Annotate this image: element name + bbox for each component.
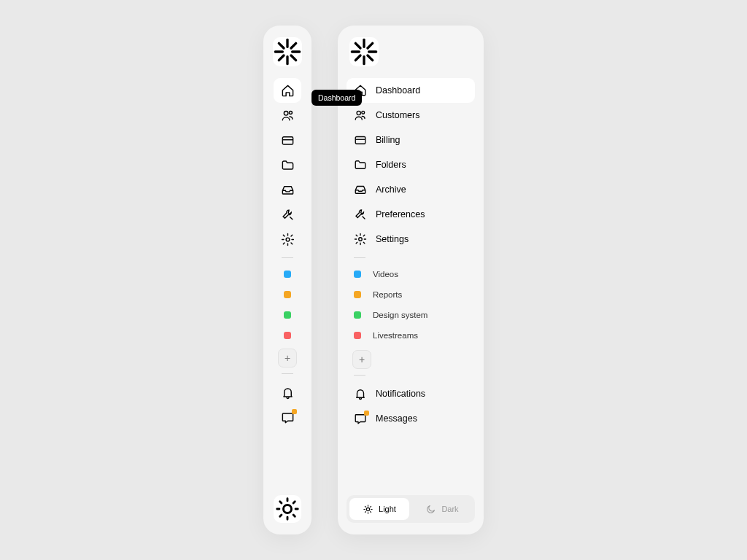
tag-livestreams[interactable] (284, 325, 291, 346)
svg-line-19 (368, 55, 373, 61)
dot-icon (284, 271, 291, 278)
sidebar-item-archive[interactable]: Archive (347, 177, 475, 202)
folder-icon (354, 158, 367, 171)
home-icon (281, 84, 295, 98)
inbox-icon (281, 183, 295, 197)
sidebar-item-folders[interactable] (274, 152, 301, 177)
nav-label: Dashboard (376, 85, 420, 96)
tooltip: Dashboard (311, 90, 362, 106)
svg-line-4 (279, 43, 284, 48)
tag-livestreams[interactable]: Livestreams (347, 325, 475, 346)
svg-line-18 (355, 43, 360, 48)
bell-icon (354, 387, 367, 400)
divider (354, 257, 365, 258)
svg-point-13 (283, 505, 291, 513)
sidebar-item-billing[interactable] (274, 128, 301, 152)
svg-line-20 (355, 55, 360, 61)
sidebar-item-settings[interactable] (274, 227, 301, 252)
svg-rect-10 (282, 136, 293, 144)
svg-line-6 (279, 55, 284, 61)
tag-label: Design system (373, 311, 427, 319)
theme-label: Light (379, 505, 396, 513)
svg-point-23 (362, 111, 365, 114)
svg-point-12 (286, 238, 290, 241)
sidebar-item-dashboard[interactable] (274, 78, 301, 103)
nav-label: Archive (376, 184, 406, 195)
theme-dark-button[interactable]: Dark (412, 498, 472, 520)
folder-icon (281, 158, 295, 172)
gear-icon (354, 233, 367, 246)
sidebar-collapsed: + (263, 26, 311, 534)
sun-icon (274, 495, 301, 523)
dot-icon (284, 311, 291, 319)
theme-label: Dark (441, 505, 458, 513)
sidebar-item-messages[interactable] (274, 405, 301, 429)
tag-design-system[interactable]: Design system (347, 305, 475, 325)
sidebar-item-notifications[interactable] (274, 380, 301, 405)
nav-label: Settings (376, 234, 409, 244)
app-logo[interactable] (349, 37, 379, 66)
svg-line-21 (368, 43, 373, 48)
svg-point-9 (289, 111, 292, 114)
dot-icon (354, 271, 361, 278)
gear-icon (281, 233, 295, 246)
tag-label: Videos (373, 270, 398, 279)
tag-label: Reports (373, 290, 402, 299)
nav-label: Customers (376, 110, 419, 120)
bell-icon (281, 386, 295, 400)
logo-icon (349, 37, 379, 66)
unread-badge (292, 409, 297, 414)
nav-label: Folders (376, 160, 406, 170)
theme-light-button[interactable]: Light (349, 498, 409, 520)
svg-point-26 (359, 238, 363, 241)
sidebar-item-preferences[interactable]: Preferences (347, 202, 475, 227)
card-icon (354, 133, 367, 147)
sidebar-item-preferences[interactable] (274, 202, 301, 227)
tag-videos[interactable] (284, 264, 291, 284)
sidebar-item-dashboard[interactable]: Dashboard (347, 78, 475, 103)
svg-point-27 (366, 508, 369, 510)
svg-line-7 (291, 43, 296, 48)
tag-reports[interactable] (284, 284, 291, 305)
tag-videos[interactable]: Videos (347, 264, 475, 284)
dot-icon (284, 332, 291, 339)
svg-point-8 (284, 111, 288, 115)
inbox-icon (354, 183, 367, 196)
app-logo[interactable] (273, 37, 302, 66)
tools-icon (354, 208, 367, 221)
tag-label: Livestreams (373, 331, 418, 340)
add-tag-button[interactable]: + (352, 350, 371, 369)
sidebar-item-messages[interactable]: Messages (347, 406, 475, 431)
users-icon (354, 109, 367, 122)
dot-icon (354, 311, 361, 319)
divider (354, 375, 365, 376)
dot-icon (354, 291, 361, 298)
nav-label: Notifications (376, 389, 425, 399)
nav-label: Messages (376, 413, 417, 424)
tools-icon (281, 208, 295, 222)
add-tag-button[interactable]: + (278, 349, 297, 368)
tag-reports[interactable]: Reports (347, 284, 475, 305)
users-icon (281, 109, 295, 122)
tag-design-system[interactable] (284, 305, 291, 325)
nav-label: Preferences (376, 209, 425, 219)
sidebar-item-settings[interactable]: Settings (347, 227, 475, 252)
sidebar-item-notifications[interactable]: Notifications (347, 381, 475, 406)
dot-icon (284, 291, 291, 298)
dot-icon (354, 332, 361, 339)
divider (282, 257, 293, 258)
card-icon (281, 133, 295, 147)
sidebar-item-billing[interactable]: Billing (347, 128, 475, 152)
sun-icon (363, 504, 374, 515)
nav-label: Billing (376, 135, 400, 145)
unread-badge (364, 411, 369, 416)
theme-toggle: Light Dark (347, 495, 475, 523)
divider (282, 373, 293, 374)
sidebar-item-archive[interactable] (274, 177, 301, 202)
svg-rect-24 (355, 137, 365, 144)
theme-toggle[interactable] (274, 495, 301, 523)
svg-line-5 (291, 55, 296, 61)
sidebar-item-customers[interactable]: Customers (347, 103, 475, 128)
sidebar-item-customers[interactable] (274, 103, 301, 128)
sidebar-item-folders[interactable]: Folders (347, 152, 475, 177)
